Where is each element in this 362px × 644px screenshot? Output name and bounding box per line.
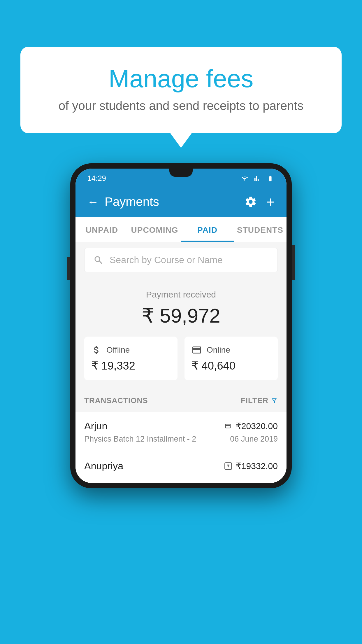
search-icon xyxy=(93,255,104,265)
transaction-date-1: 06 June 2019 xyxy=(230,435,278,444)
filter-button[interactable]: FILTER xyxy=(241,396,278,405)
svg-text:₹: ₹ xyxy=(227,463,229,468)
payment-received-label: Payment received xyxy=(84,290,278,300)
transaction-course-1: Physics Batch 12 Installment - 2 xyxy=(84,435,196,444)
payment-cards: Offline ₹ 19,332 Online ₹ 40,640 xyxy=(84,337,278,380)
offline-card-header: Offline xyxy=(91,345,171,355)
online-amount: ₹ 40,640 xyxy=(191,359,271,372)
phone-mockup: 14:29 ← Payments xyxy=(70,163,292,488)
header-left: ← Payments xyxy=(87,195,159,209)
phone-screen: 14:29 ← Payments xyxy=(75,169,287,483)
offline-amount: ₹ 19,332 xyxy=(91,359,171,372)
transaction-row[interactable]: Arjun ₹20320.00 Physics Batch 12 Install… xyxy=(75,412,287,452)
offline-payment-card: Offline ₹ 19,332 xyxy=(84,337,178,380)
tab-students[interactable]: STUDENTS xyxy=(234,217,287,242)
payment-summary: Payment received ₹ 59,972 Offline ₹ 19,3… xyxy=(75,278,287,389)
transaction-amount-row-1: ₹20320.00 xyxy=(224,421,278,431)
transaction-top-1: Arjun ₹20320.00 xyxy=(84,420,278,432)
status-icons xyxy=(240,175,275,182)
search-container: Search by Course or Name xyxy=(75,242,287,278)
speech-bubble: Manage fees of your students and send re… xyxy=(20,47,342,133)
card-payment-icon-1 xyxy=(224,423,232,429)
bubble-subtitle: of your students and send receipts to pa… xyxy=(41,99,321,113)
header-right: + xyxy=(244,193,275,210)
wifi-icon xyxy=(240,175,249,182)
offline-label: Offline xyxy=(106,345,130,355)
online-label: Online xyxy=(207,345,230,355)
cash-payment-icon-2: ₹ xyxy=(224,462,232,470)
bubble-title: Manage fees xyxy=(41,64,321,93)
search-box[interactable]: Search by Course or Name xyxy=(84,248,278,272)
search-input[interactable]: Search by Course or Name xyxy=(110,255,223,265)
transaction-bottom-1: Physics Batch 12 Installment - 2 06 June… xyxy=(84,435,278,444)
tab-upcoming[interactable]: UPCOMING xyxy=(128,217,181,242)
transactions-header: TRANSACTIONS FILTER xyxy=(75,389,287,412)
transaction-name-1: Arjun xyxy=(84,420,107,432)
payment-total-amount: ₹ 59,972 xyxy=(84,304,278,327)
online-card-header: Online xyxy=(191,345,271,355)
filter-label: FILTER xyxy=(241,396,268,405)
transaction-amount-2: ₹19332.00 xyxy=(236,461,278,471)
back-button[interactable]: ← xyxy=(87,195,99,209)
speech-bubble-container: Manage fees of your students and send re… xyxy=(20,47,342,133)
battery-icon xyxy=(266,175,275,182)
tab-unpaid[interactable]: UNPAID xyxy=(75,217,128,242)
page-title: Payments xyxy=(105,195,159,209)
transaction-top-2: Anupriya ₹ ₹19332.00 xyxy=(84,460,278,472)
filter-icon xyxy=(271,397,278,404)
cash-icon xyxy=(91,345,102,355)
online-payment-card: Online ₹ 40,640 xyxy=(184,337,278,380)
credit-card-icon xyxy=(191,345,202,355)
tabs-bar: UNPAID UPCOMING PAID STUDENTS xyxy=(75,217,287,242)
transaction-amount-1: ₹20320.00 xyxy=(236,421,278,431)
phone-outer-shell: 14:29 ← Payments xyxy=(70,163,292,488)
signal-icon xyxy=(253,175,262,182)
add-button[interactable]: + xyxy=(266,193,275,210)
transactions-label: TRANSACTIONS xyxy=(84,396,148,405)
status-time: 14:29 xyxy=(87,174,106,183)
transaction-name-2: Anupriya xyxy=(84,460,123,472)
app-header: ← Payments + xyxy=(75,186,287,217)
transaction-row[interactable]: Anupriya ₹ ₹19332.00 xyxy=(75,452,287,483)
settings-icon[interactable] xyxy=(244,195,257,208)
transaction-amount-row-2: ₹ ₹19332.00 xyxy=(224,461,278,471)
phone-notch xyxy=(169,169,193,177)
tab-paid[interactable]: PAID xyxy=(181,217,234,242)
